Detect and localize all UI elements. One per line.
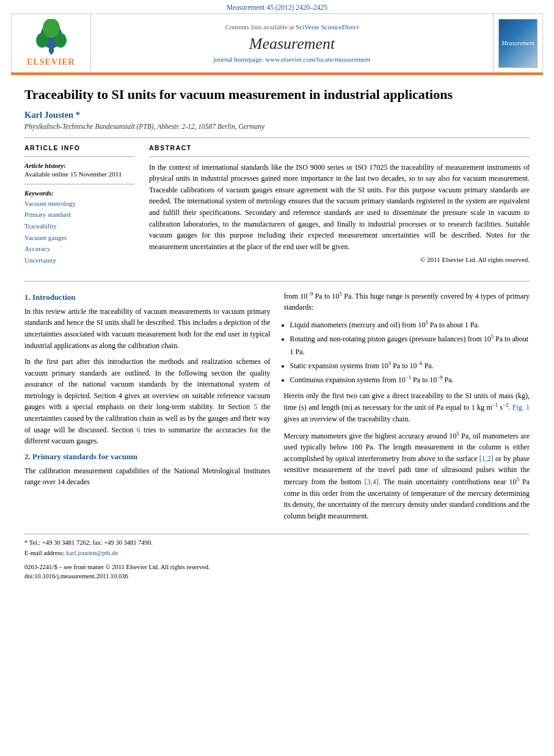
citation-text: Measurement 45 (2012) 2420–2425 (227, 4, 327, 11)
right-para2: Herein only the first two can give a dir… (284, 390, 530, 425)
keywords-block: Keywords: Vacuum metrology Primary stand… (24, 189, 134, 266)
citation-bar: Measurement 45 (2012) 2420–2425 (0, 0, 554, 13)
info-abstract-divider (24, 137, 530, 138)
paper-content: Traceability to SI units for vacuum meas… (0, 75, 554, 591)
section1-para1: In this review article the traceability … (24, 306, 271, 351)
journal-thumbnail: Measurement (498, 19, 538, 68)
journal-homepage: journal homepage: www.elsevier.com/locat… (213, 56, 370, 63)
section2-para1: The calibration measurement capabilities… (24, 465, 271, 488)
bullet-4: Continuous expansion systems from 10−1 P… (290, 373, 530, 386)
keyword-2: Primary standard (24, 209, 134, 220)
abstract-label: ABSTRACT (149, 144, 530, 151)
keywords-divider (24, 184, 134, 184)
footnote-issn: 0263-2241/$ – see front matter © 2011 El… (24, 562, 530, 573)
contents-text: Contents lists available at (225, 23, 294, 31)
abstract-divider (149, 156, 530, 157)
history-heading: Article history: (24, 162, 134, 169)
footnote-email-line: E-mail address: karl.jousten@ptb.de (24, 548, 530, 559)
abstract-column: ABSTRACT In the context of international… (149, 144, 530, 272)
body-two-col: 1. Introduction In this review article t… (24, 290, 530, 527)
journal-header: ELSEVIER Contents lists available at Sci… (11, 13, 543, 73)
available-online: Available online 15 November 2011 (24, 170, 134, 178)
right-para3: Mercury manometers give the highest accu… (284, 430, 530, 522)
keywords-list: Vacuum metrology Primary standard Tracea… (24, 198, 134, 266)
body-left-col: 1. Introduction In this review article t… (24, 290, 271, 527)
paper-title: Traceability to SI units for vacuum meas… (24, 86, 530, 104)
keyword-1: Vacuum metrology (24, 198, 134, 209)
elsevier-logo: ELSEVIER (27, 19, 75, 67)
svg-rect-5 (50, 51, 53, 54)
article-info-abstract-row: ARTICLE INFO Article history: Available … (24, 144, 530, 272)
article-history-block: Article history: Available online 15 Nov… (24, 162, 134, 178)
journal-center-info: Contents lists available at SciVerse Sci… (91, 14, 494, 72)
keyword-6: Uncertainty (24, 255, 134, 266)
keyword-5: Accuracy (24, 243, 134, 255)
footnote-divider (24, 534, 530, 534)
bullet-2: Rotating and non-rotating piston gauges … (290, 332, 530, 358)
journal-title: Measurement (249, 35, 335, 53)
sciverse-link[interactable]: SciVerse ScienceDirect (296, 23, 359, 31)
body-divider (24, 281, 530, 282)
author-name: Karl Jousten * (24, 110, 530, 120)
bullet-3: Static expansion systems from 103 Pa to … (290, 359, 530, 372)
section1-para2: In the first part after this introductio… (24, 356, 271, 447)
elsevier-tree-icon (30, 19, 73, 56)
right-para1: from 10−9 Pa to 105 Pa. This huge range … (284, 290, 530, 313)
affiliation: Physikalisch-Technische Bundesanstalt (P… (24, 123, 530, 130)
keyword-4: Vacuum gauges (24, 232, 134, 244)
copyright-line: © 2011 Elsevier Ltd. All rights reserved… (149, 256, 530, 263)
header-top-row: ELSEVIER Contents lists available at Sci… (12, 14, 542, 72)
footnote-email-label: E-mail address: (24, 550, 65, 556)
journal-thumbnail-area: Measurement (494, 14, 542, 72)
section2-title: 2. Primary standards for vacuum (24, 452, 271, 462)
svg-point-4 (43, 19, 60, 38)
doi-line: doi:10.1016/j.measurement.2011.10.036 (24, 573, 530, 580)
sciverse-line: Contents lists available at SciVerse Sci… (225, 23, 359, 31)
article-info-label: ARTICLE INFO (24, 144, 134, 151)
footnote-contact: * Tel.: +49 30 3481 7262; fax: +49 30 34… (24, 538, 530, 548)
article-info-divider (24, 156, 134, 157)
elsevier-logo-area: ELSEVIER (12, 14, 91, 72)
primary-standards-list: Liquid manometers (mercury and oil) from… (290, 318, 530, 387)
journal-thumb-text: Measurement (501, 40, 534, 46)
article-info-column: ARTICLE INFO Article history: Available … (24, 144, 134, 272)
abstract-text: In the context of international standard… (149, 162, 530, 253)
elsevier-brand-text: ELSEVIER (27, 57, 75, 67)
footnote-email[interactable]: karl.jousten@ptb.de (66, 550, 118, 556)
section1-title: 1. Introduction (24, 293, 271, 302)
bullet-1: Liquid manometers (mercury and oil) from… (290, 318, 530, 331)
keyword-3: Traceability (24, 220, 134, 232)
body-right-col: from 10−9 Pa to 105 Pa. This huge range … (284, 290, 530, 527)
keywords-heading: Keywords: (24, 189, 134, 197)
